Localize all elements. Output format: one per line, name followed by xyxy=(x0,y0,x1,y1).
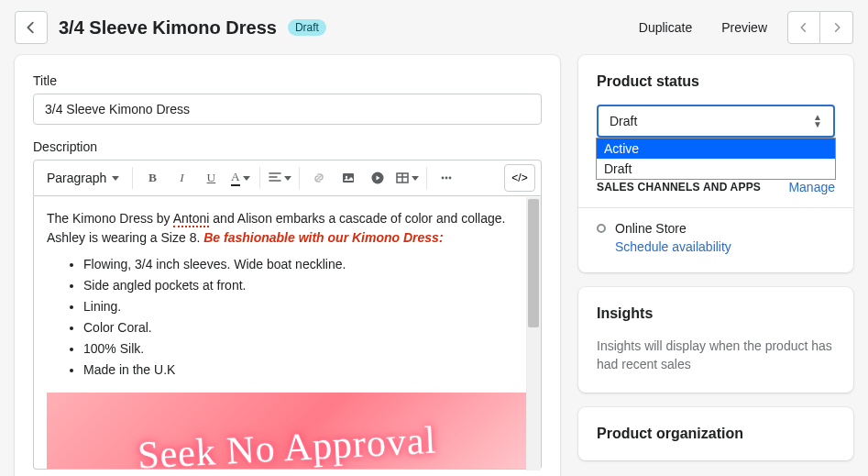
table-icon xyxy=(395,171,410,185)
back-button[interactable] xyxy=(15,11,48,44)
channel-row: Online Store xyxy=(597,221,835,236)
product-status-card: Product status Draft ▲▼ Active Draft SAL… xyxy=(578,55,853,272)
rte-toolbar: Paragraph B I U A xyxy=(33,160,542,196)
channels-label: SALES CHANNELS AND APPS xyxy=(597,181,761,194)
underline-button[interactable]: U xyxy=(197,164,225,192)
link-button[interactable] xyxy=(305,164,333,192)
duplicate-button[interactable]: Duplicate xyxy=(630,13,701,42)
play-circle-icon xyxy=(370,171,385,185)
bold-button[interactable]: B xyxy=(138,164,166,192)
topbar: 3/4 Sleeve Kimono Dress Draft Duplicate … xyxy=(0,0,868,55)
status-dropdown: Active Draft xyxy=(596,138,836,180)
chevron-left-icon xyxy=(797,21,810,34)
schedule-availability-link[interactable]: Schedule availability xyxy=(615,239,731,254)
svg-point-1 xyxy=(346,176,347,178)
chevron-down-icon xyxy=(412,176,419,181)
description-label: Description xyxy=(33,139,542,154)
tagline: Be fashionable with our Kimono Dress: xyxy=(203,230,443,245)
list-item: Color Coral. xyxy=(83,318,528,338)
arrow-left-icon xyxy=(23,19,39,36)
page-title: 3/4 Sleeve Kimono Dress xyxy=(59,17,277,39)
svg-point-5 xyxy=(445,177,448,180)
list-item: Made in the U.K xyxy=(83,360,528,380)
video-button[interactable] xyxy=(364,164,391,192)
list-item: Side angled pockets at front. xyxy=(83,276,528,295)
align-left-icon xyxy=(268,171,282,185)
pager xyxy=(787,11,853,44)
list-item: Flowing, 3/4 inch sleeves. Wide boat nec… xyxy=(83,255,528,274)
organization-heading: Product organization xyxy=(597,426,835,442)
status-heading: Product status xyxy=(597,73,835,90)
insights-heading: Insights xyxy=(597,305,835,322)
svg-rect-0 xyxy=(343,173,354,183)
chevron-right-icon xyxy=(830,21,843,34)
status-dot-icon xyxy=(597,224,606,233)
image-button[interactable] xyxy=(335,164,362,192)
preview-button[interactable]: Preview xyxy=(712,13,776,42)
status-option-active[interactable]: Active xyxy=(597,138,835,159)
status-select[interactable]: Draft ▲▼ xyxy=(597,105,835,138)
spellcheck-word: Antoni xyxy=(173,211,210,227)
svg-point-6 xyxy=(449,177,452,180)
channel-name: Online Store xyxy=(615,221,687,236)
table-button[interactable] xyxy=(393,164,421,192)
text-color-button[interactable]: A xyxy=(226,164,254,192)
align-button[interactable] xyxy=(266,164,293,192)
rte-paragraph: The Kimono Dress by Antoni and Alison em… xyxy=(47,209,528,248)
dots-horizontal-icon xyxy=(439,171,454,185)
link-icon xyxy=(312,171,326,185)
title-label: Title xyxy=(33,73,542,88)
prev-product-button[interactable] xyxy=(787,11,820,44)
select-caret-icon: ▲▼ xyxy=(813,114,822,128)
next-product-button[interactable] xyxy=(820,11,853,44)
status-option-draft[interactable]: Draft xyxy=(597,159,835,179)
rte-body[interactable]: The Kimono Dress by Antoni and Alison em… xyxy=(33,196,542,470)
italic-button[interactable]: I xyxy=(168,164,195,192)
product-image: Seek No Approval xyxy=(47,393,528,470)
scrollbar-thumb[interactable] xyxy=(528,199,539,327)
svg-point-4 xyxy=(442,177,445,180)
chevron-down-icon xyxy=(112,176,119,181)
feature-list: Flowing, 3/4 inch sleeves. Wide boat nec… xyxy=(83,255,528,380)
manage-channels-link[interactable]: Manage xyxy=(788,180,835,194)
image-icon xyxy=(341,171,356,185)
insights-card: Insights Insights will display when the … xyxy=(578,287,853,393)
status-badge: Draft xyxy=(288,19,326,36)
status-select-value: Draft xyxy=(610,114,637,128)
chevron-down-icon xyxy=(243,176,250,181)
insights-body: Insights will display when the product h… xyxy=(597,337,835,374)
paragraph-style-select[interactable]: Paragraph xyxy=(39,165,126,191)
list-item: 100% Silk. xyxy=(83,339,528,359)
scrollbar[interactable] xyxy=(526,197,541,470)
more-button[interactable] xyxy=(433,164,460,192)
paragraph-style-label: Paragraph xyxy=(47,171,106,185)
product-details-card: Title Description Paragraph B I U A xyxy=(15,55,560,476)
chevron-down-icon xyxy=(284,176,291,181)
neon-text: Seek No Approval xyxy=(137,411,438,470)
title-input[interactable] xyxy=(33,94,542,125)
list-item: Lining. xyxy=(83,297,528,316)
product-organization-card: Product organization xyxy=(578,407,853,460)
html-button[interactable]: </> xyxy=(504,164,535,192)
